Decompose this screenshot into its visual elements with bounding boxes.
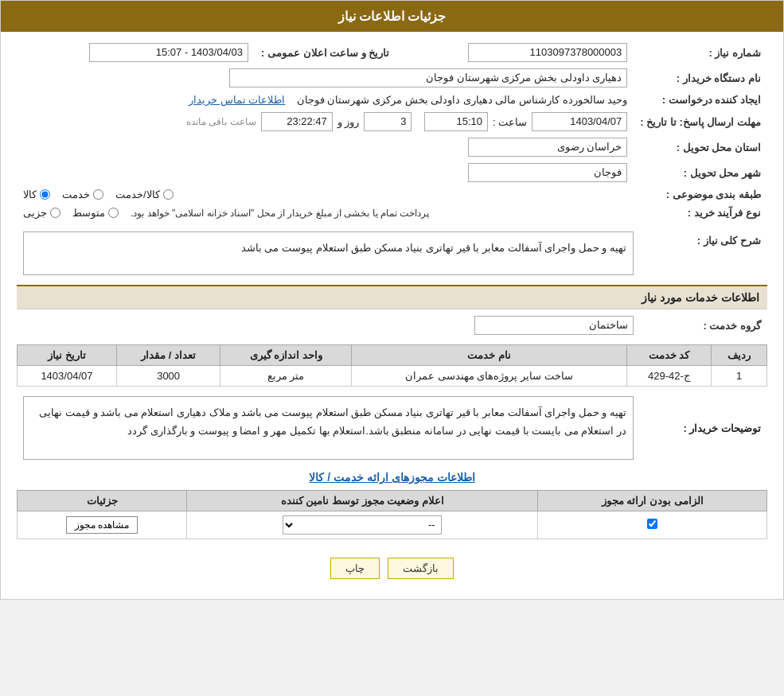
view-permit-button[interactable]: مشاهده مجوز: [66, 516, 138, 534]
col-header-qty: تعداد / مقدار: [116, 345, 220, 366]
purchase-type-label: نوع فرآیند خرید :: [634, 204, 767, 222]
deadline-date: 1403/04/07: [532, 112, 627, 131]
buyer-org-label: نام دستگاه خریدار :: [634, 65, 767, 91]
buyer-notes-value: تهیه و حمل واجرای آسفالت معابر با قیر ته…: [23, 396, 634, 460]
back-button[interactable]: بازگشت: [388, 558, 454, 579]
col-header-unit: واحد اندازه گیری: [220, 345, 352, 366]
province-label: استان محل تحویل :: [634, 134, 767, 160]
datetime-label: تاریخ و ساعت اعلان عمومی :: [255, 40, 396, 65]
col-header-code: کد خدمت: [626, 345, 711, 366]
category-khedmat-option[interactable]: خدمت: [62, 189, 103, 200]
permits-col-required: الزامی بودن ارائه مجوز: [538, 491, 767, 511]
table-row: 1 ج-42-429 ساخت سایر پروژه‌های مهندسی عم…: [18, 366, 767, 387]
city-value: فوجان: [468, 163, 627, 182]
creator-label: ایجاد کننده درخواست :: [634, 91, 767, 109]
permits-col-status: اعلام وضعیت مجوز توسط نامین کننده: [187, 491, 538, 511]
permit-status-select[interactable]: --: [283, 515, 442, 535]
creator-value: وحید سالخورده کارشناس مالی دهیاری داودلی…: [297, 94, 628, 106]
deadline-time-label: ساعت :: [493, 116, 527, 128]
buyer-org-value: دهیاری داودلی بخش مرکزی شهرستان فوجان: [229, 68, 627, 87]
buyer-notes-label: توضیحات خریدار :: [640, 393, 767, 463]
category-label: طبقه بندی موضوعی :: [634, 185, 767, 204]
service-group-value: ساختمان: [474, 316, 634, 335]
need-desc-value: تهیه و حمل واجرای آسفالت معابر با قیر ته…: [23, 231, 634, 275]
col-header-row: ردیف: [712, 345, 767, 366]
table-row: -- مشاهده مجوز: [18, 511, 767, 539]
permit-required-checkbox[interactable]: [647, 519, 657, 529]
permits-col-details: جزئیات: [18, 491, 187, 511]
deadline-days: 3: [364, 112, 412, 131]
permits-section-title[interactable]: اطلاعات مجوزهای ارائه خدمت / کالا: [309, 471, 474, 484]
page-title: جزئیات اطلاعات نیاز: [1, 1, 783, 32]
deadline-days-label: روز و: [337, 116, 360, 128]
datetime-value: 1403/04/03 - 15:07: [17, 40, 255, 65]
deadline-remaining: 23:22:47: [261, 112, 333, 131]
col-header-date: تاریخ نیاز: [18, 345, 117, 366]
province-value: خراسان رضوی: [468, 138, 627, 157]
print-button[interactable]: چاپ: [330, 558, 380, 579]
city-label: شهر محل تحویل :: [634, 160, 767, 185]
permits-table: الزامی بودن ارائه مجوز اعلام وضعیت مجوز …: [17, 490, 767, 539]
purchase-motovaset-option[interactable]: متوسط: [72, 207, 119, 219]
category-kala-option[interactable]: کالا: [23, 189, 50, 200]
services-table: ردیف کد خدمت نام خدمت واحد اندازه گیری ت…: [17, 344, 767, 387]
service-group-label: گروه خدمت :: [640, 313, 767, 338]
need-desc-label: شرح کلی نیاز :: [640, 228, 767, 278]
deadline-label: مهلت ارسال پاسخ: تا تاریخ :: [634, 109, 767, 134]
deadline-remaining-label: ساعت باقی مانده: [186, 116, 256, 127]
deadline-time: 15:10: [424, 112, 488, 131]
contact-info-link[interactable]: اطلاعات تماس خریدار: [189, 94, 285, 106]
purchase-jozi-option[interactable]: جزیی: [23, 207, 60, 219]
services-section-title: اطلاعات خدمات مورد نیاز: [17, 285, 767, 309]
need-number-value: 1103097378000003: [396, 40, 634, 65]
col-header-name: نام خدمت: [351, 345, 626, 366]
need-number-label: شماره نیاز :: [634, 40, 767, 65]
category-kala-khedmat-option[interactable]: کالا/خدمت: [115, 189, 174, 200]
purchase-type-note: پرداخت تمام یا بخشی از مبلغ خریدار از مح…: [131, 208, 429, 219]
